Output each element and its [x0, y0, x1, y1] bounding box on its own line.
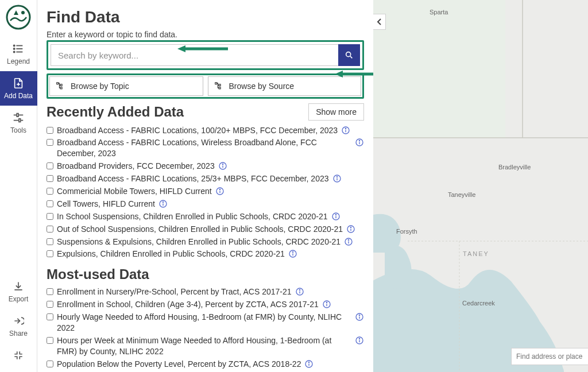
nav-legend[interactable]: Legend — [0, 37, 37, 71]
tree-icon — [214, 82, 223, 91]
data-label: Enrollment in School, Children (Age 3-4)… — [57, 299, 319, 310]
tools-icon — [12, 111, 25, 124]
data-row: Broadband Access - FABRIC Locations, Wir… — [47, 137, 364, 160]
svg-rect-13 — [60, 84, 62, 86]
svg-point-42 — [335, 214, 336, 215]
info-icon[interactable] — [295, 287, 304, 296]
search-highlight — [47, 40, 364, 70]
data-row: Enrollment in Nursery/Pre-School, Percen… — [47, 286, 364, 299]
data-checkbox[interactable] — [47, 313, 53, 320]
svg-point-39 — [163, 202, 163, 202]
search-hint: Enter a keyword or topic to find data. — [47, 30, 364, 39]
data-checkbox[interactable] — [47, 175, 53, 182]
page-title: Find Data — [47, 8, 364, 26]
info-icon[interactable] — [288, 249, 297, 258]
info-icon[interactable] — [304, 359, 314, 369]
info-icon[interactable] — [218, 161, 227, 170]
svg-point-51 — [292, 252, 293, 253]
map-label: Bradleyville — [498, 164, 531, 170]
svg-point-24 — [345, 128, 346, 129]
find-place-input[interactable] — [516, 352, 583, 361]
mostused-heading: Most-used Data — [47, 266, 149, 282]
info-icon[interactable] — [346, 224, 355, 234]
list-icon — [12, 42, 25, 55]
svg-point-27 — [359, 141, 359, 141]
data-checkbox[interactable] — [47, 200, 53, 207]
svg-rect-15 — [215, 83, 216, 84]
svg-rect-80 — [373, 0, 505, 138]
svg-rect-12 — [57, 83, 59, 84]
data-checkbox[interactable] — [47, 162, 53, 169]
map-label: Taneyville — [448, 191, 475, 198]
data-checkbox[interactable] — [47, 337, 53, 344]
data-checkbox[interactable] — [47, 226, 53, 232]
data-label: Broadband Access - FABRIC Locations, 100… — [57, 125, 338, 136]
svg-point-45 — [350, 227, 351, 227]
map-label: TANEY — [463, 250, 489, 257]
info-icon[interactable] — [341, 126, 350, 135]
map-canvas[interactable]: Sparta Bradleyville Taneyville Forsyth T… — [373, 0, 588, 372]
data-label: Commericial Mobile Towers, HIFLD Current — [57, 186, 212, 197]
find-place-box[interactable] — [511, 348, 588, 365]
data-checkbox[interactable] — [47, 288, 53, 295]
data-row: Broadband Access - FABRIC Locations, 25/… — [47, 173, 364, 185]
nav-fullscreen[interactable] — [0, 343, 37, 372]
data-checkbox[interactable] — [47, 213, 53, 220]
nav-share[interactable]: Share — [0, 309, 37, 343]
svg-point-10 — [346, 52, 351, 57]
data-label: Hours per Week at Minimum Wage Needed to… — [57, 335, 351, 357]
svg-point-7 — [14, 51, 15, 52]
svg-rect-17 — [219, 87, 220, 89]
browse-topic-button[interactable]: Browse by Topic — [49, 76, 203, 96]
chevron-left-icon — [377, 18, 382, 25]
info-icon[interactable] — [331, 212, 341, 221]
nav-label: Add Data — [4, 92, 33, 100]
data-label: Suspensions & Expulsions, Children Enrol… — [57, 237, 341, 247]
info-icon[interactable] — [332, 174, 342, 183]
data-checkbox[interactable] — [47, 301, 53, 308]
data-checkbox[interactable] — [47, 127, 53, 134]
browse-highlight: Browse by Topic Browse by Source — [47, 73, 364, 99]
svg-point-66 — [309, 362, 310, 362]
data-checkbox[interactable] — [47, 188, 53, 195]
data-label: In School Suspensions, Children Enrolled… — [57, 211, 328, 222]
share-icon — [12, 315, 25, 327]
info-icon[interactable] — [322, 300, 331, 309]
mostused-list: Enrollment in Nursery/Pre-School, Percen… — [47, 286, 364, 372]
nav-tools[interactable]: Tools — [0, 106, 37, 140]
data-checkbox[interactable] — [47, 139, 53, 146]
info-icon[interactable] — [215, 187, 225, 196]
search-input[interactable] — [51, 44, 338, 66]
info-icon[interactable] — [344, 237, 353, 246]
svg-point-33 — [336, 176, 337, 177]
svg-point-1 — [21, 11, 25, 14]
find-data-panel: Find Data Enter a keyword or topic to fi… — [37, 0, 373, 372]
panel-collapse-button[interactable] — [373, 14, 386, 30]
recent-list: Broadband Access - FABRIC Locations, 100… — [47, 124, 364, 261]
data-checkbox[interactable] — [47, 361, 53, 367]
info-icon[interactable] — [158, 199, 168, 208]
browse-source-button[interactable]: Browse by Source — [208, 76, 362, 96]
data-row: Suspensions & Expulsions, Children Enrol… — [47, 235, 364, 248]
data-checkbox[interactable] — [47, 250, 53, 257]
nav-label: Legend — [7, 57, 30, 65]
nav-export[interactable]: Export — [0, 274, 37, 309]
data-label: Population Below the Poverty Level, Perc… — [57, 359, 301, 370]
recent-heading: Recently Added Data — [47, 104, 184, 120]
svg-point-63 — [359, 338, 359, 339]
info-icon[interactable] — [355, 336, 364, 345]
svg-point-36 — [219, 189, 220, 189]
show-more-button[interactable]: Show more — [308, 103, 364, 121]
data-row: Enrollment in School, Children (Age 3-4)… — [47, 299, 364, 311]
info-icon[interactable] — [355, 312, 364, 321]
data-label: Broadband Access - FABRIC Locations, 25/… — [57, 173, 329, 184]
info-icon[interactable] — [355, 138, 364, 147]
search-button[interactable] — [338, 44, 360, 66]
nav-label: Share — [9, 330, 28, 338]
nav-add-data[interactable]: Add Data — [0, 71, 37, 106]
svg-point-57 — [326, 303, 327, 303]
svg-point-54 — [299, 290, 300, 290]
svg-point-5 — [14, 45, 15, 46]
data-checkbox[interactable] — [47, 238, 53, 245]
data-label: Enrollment in Nursery/Pre-School, Percen… — [57, 286, 292, 297]
